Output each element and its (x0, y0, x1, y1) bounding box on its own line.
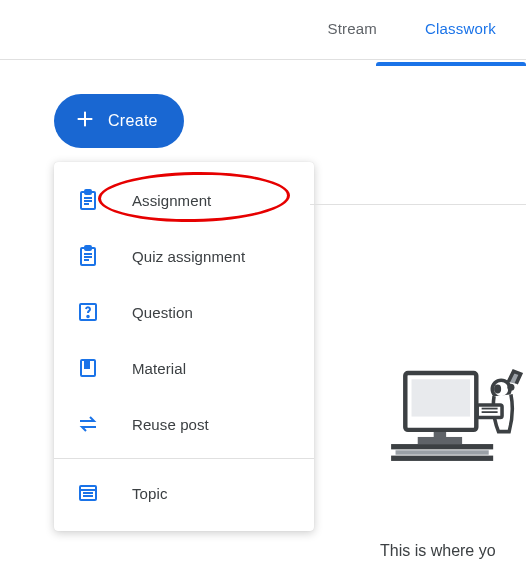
svg-point-28 (496, 386, 500, 391)
quiz-assignment-icon (76, 244, 100, 268)
svg-rect-21 (396, 450, 489, 454)
menu-item-material[interactable]: Material (54, 340, 314, 396)
tab-indicator (376, 62, 526, 66)
svg-point-13 (87, 316, 89, 318)
menu-item-question[interactable]: Question (54, 284, 314, 340)
menu-item-label: Topic (132, 485, 168, 502)
menu-item-label: Question (132, 304, 193, 321)
tabs-bar: Stream Classwork (0, 0, 526, 60)
content-divider (310, 204, 526, 205)
create-button[interactable]: Create (54, 94, 184, 148)
menu-item-label: Reuse post (132, 416, 209, 433)
svg-rect-15 (85, 360, 89, 368)
empty-state-text: This is where yo (380, 542, 496, 560)
material-icon (76, 356, 100, 380)
create-label: Create (108, 112, 158, 130)
topic-icon (76, 481, 100, 505)
menu-item-reuse-post[interactable]: Reuse post (54, 396, 314, 452)
menu-item-quiz-assignment[interactable]: Quiz assignment (54, 228, 314, 284)
menu-item-assignment[interactable]: Assignment (54, 172, 314, 228)
plus-icon (74, 108, 96, 134)
svg-rect-26 (412, 379, 471, 416)
svg-rect-22 (391, 456, 493, 461)
question-icon (76, 300, 100, 324)
create-menu: Assignment Quiz assignment Question Mate… (54, 162, 314, 531)
empty-state-illustration (384, 348, 526, 482)
assignment-icon (76, 188, 100, 212)
reuse-post-icon (76, 412, 100, 436)
tab-classwork[interactable]: Classwork (425, 20, 496, 41)
svg-rect-20 (391, 444, 493, 449)
menu-item-label: Quiz assignment (132, 248, 245, 265)
menu-item-label: Assignment (132, 192, 211, 209)
tab-stream[interactable]: Stream (327, 20, 377, 41)
menu-divider (54, 458, 314, 459)
svg-point-29 (507, 384, 514, 391)
menu-item-topic[interactable]: Topic (54, 465, 314, 521)
menu-item-label: Material (132, 360, 186, 377)
